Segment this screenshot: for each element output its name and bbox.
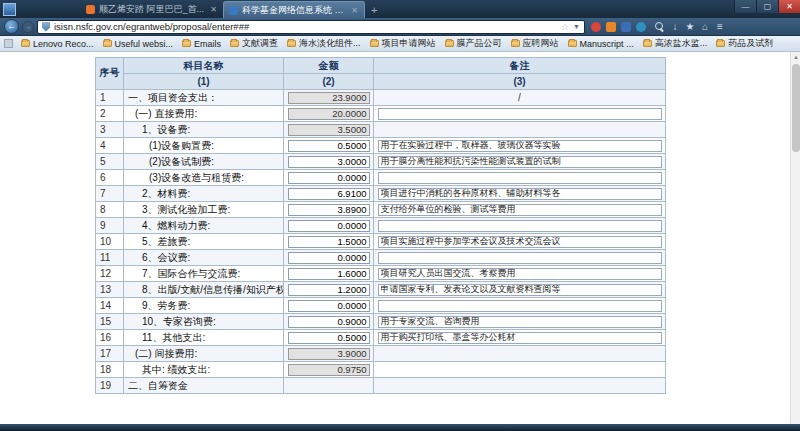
amount-input[interactable] (288, 332, 370, 344)
amount-input[interactable] (288, 236, 370, 248)
bookmarks-bar: Lenovo Reco...Useful websi...Emails文献调查海… (0, 36, 800, 52)
tab-title: 科学基金网络信息系统 - ... (242, 4, 346, 17)
amount-input[interactable] (288, 220, 370, 232)
amount-input[interactable] (288, 204, 370, 216)
amount-input (288, 364, 370, 376)
bookmarks-grid-icon[interactable] (4, 39, 13, 48)
bookmark-item[interactable]: Lenovo Reco... (17, 38, 98, 50)
amount-cell (284, 378, 374, 394)
remark-input[interactable] (378, 300, 662, 312)
bookmark-item[interactable]: Emails (178, 38, 225, 50)
home-icon[interactable]: ⌂ (699, 21, 711, 33)
scroll-up-icon[interactable]: ▲ (791, 52, 800, 62)
bookmark-item[interactable]: Manuscript ... (564, 38, 638, 50)
subject-name: 6、会议费: (124, 250, 284, 266)
addon-teal-icon[interactable] (635, 21, 647, 33)
window-title-bar: 顺乙烯安踏 阿里巴巴_首...✕科学基金网络信息系统 - ...✕ + — ▢ … (0, 0, 800, 18)
amount-input[interactable] (288, 140, 370, 152)
remark-cell (374, 250, 666, 266)
maximize-button[interactable]: ▢ (756, 0, 778, 13)
remark-cell (374, 298, 666, 314)
url-text[interactable]: isisn.nsfc.gov.cn/egrantweb/proposal/ent… (54, 21, 557, 32)
amount-input[interactable] (288, 300, 370, 312)
remark-input[interactable] (378, 252, 662, 264)
bookmark-item[interactable]: Useful websi... (99, 38, 178, 50)
toolbar-icon-group: ↓★⌂≡ (652, 21, 728, 33)
table-row: 18其中: 绩效支出: (96, 362, 666, 378)
subject-name: 5、差旅费: (124, 234, 284, 250)
amount-input[interactable] (288, 252, 370, 264)
row-seq: 19 (96, 378, 124, 394)
table-row: 94、燃料动力费: (96, 218, 666, 234)
remark-input[interactable] (378, 284, 662, 296)
row-seq: 18 (96, 362, 124, 378)
address-bar[interactable]: isisn.nsfc.gov.cn/egrantweb/proposal/ent… (37, 20, 585, 34)
remark-input[interactable] (378, 316, 662, 328)
addon-red-icon[interactable] (590, 21, 602, 33)
amount-cell (284, 250, 374, 266)
remark-input[interactable] (378, 204, 662, 216)
table-row: 1611、其他支出: (96, 330, 666, 346)
remark-input[interactable] (378, 108, 662, 120)
scrollbar-thumb[interactable] (792, 64, 800, 152)
amount-input[interactable] (288, 268, 370, 280)
table-row: 149、劳务费: (96, 298, 666, 314)
bookmark-label: 项目申请网站 (382, 37, 436, 50)
remark-input[interactable] (378, 268, 662, 280)
browser-tab[interactable]: 顺乙烯安踏 阿里巴巴_首...✕ (81, 1, 223, 18)
star-icon[interactable]: ★ (684, 21, 696, 33)
browser-tab[interactable]: 科学基金网络信息系统 - ...✕ (223, 1, 365, 18)
amount-cell (284, 282, 374, 298)
forward-button[interactable]: → (22, 21, 34, 33)
remark-cell (374, 202, 666, 218)
remark-input[interactable] (378, 220, 662, 232)
amount-input[interactable] (288, 316, 370, 328)
bookmark-item[interactable]: 膜产品公司 (441, 36, 506, 51)
bookmark-label: 应聘网站 (523, 37, 559, 50)
remark-input[interactable] (378, 188, 662, 200)
addon-teal-icon (636, 22, 646, 32)
close-button[interactable]: ✕ (778, 0, 800, 13)
bookmark-item[interactable]: 应聘网站 (507, 36, 563, 51)
remark-input[interactable] (378, 332, 662, 344)
addon-blue-icon[interactable] (620, 21, 632, 33)
amount-input (288, 108, 370, 120)
bookmark-star-icon[interactable]: ☆ (561, 22, 569, 32)
table-row: 116、会议费: (96, 250, 666, 266)
bookmark-item[interactable]: 海水淡化组件... (283, 36, 365, 51)
tab-close-icon[interactable]: ✕ (209, 5, 218, 14)
folder-icon (103, 40, 112, 47)
dropdown-caret-icon[interactable]: ▼ (573, 23, 580, 30)
vertical-scrollbar[interactable]: ▲ ▼ (790, 52, 800, 431)
amount-input[interactable] (288, 284, 370, 296)
table-row: 4(1)设备购置费: (96, 138, 666, 154)
remark-cell (374, 154, 666, 170)
amount-input[interactable] (288, 156, 370, 168)
tab-favicon-icon (86, 5, 95, 14)
remark-input[interactable] (378, 140, 662, 152)
tab-close-icon[interactable]: ✕ (350, 6, 359, 15)
amount-input[interactable] (288, 172, 370, 184)
remark-input[interactable] (378, 236, 662, 248)
subject-name: 4、燃料动力费: (124, 218, 284, 234)
folder-icon (287, 40, 296, 47)
remark-input[interactable] (378, 172, 662, 184)
table-row: 19二、自筹资金 (96, 378, 666, 394)
minimize-button[interactable]: — (734, 0, 756, 13)
amount-input[interactable] (288, 188, 370, 200)
menu-icon[interactable]: ≡ (714, 21, 726, 33)
search-icon[interactable] (654, 21, 666, 33)
bookmark-label: Lenovo Reco... (33, 39, 94, 49)
subject-name: 10、专家咨询费: (124, 314, 284, 330)
amount-cell (284, 106, 374, 122)
bookmark-item[interactable]: 高浓盐水监... (639, 36, 712, 51)
new-tab-button[interactable]: + (365, 4, 383, 18)
download-icon[interactable]: ↓ (669, 21, 681, 33)
remark-text: / (377, 92, 662, 103)
addon-orange-icon[interactable] (605, 21, 617, 33)
remark-input[interactable] (378, 156, 662, 168)
back-button[interactable]: ← (4, 19, 19, 34)
bookmark-item[interactable]: 药品及试剂 (712, 36, 777, 51)
bookmark-item[interactable]: 文献调查 (226, 36, 282, 51)
bookmark-item[interactable]: 项目申请网站 (366, 36, 440, 51)
